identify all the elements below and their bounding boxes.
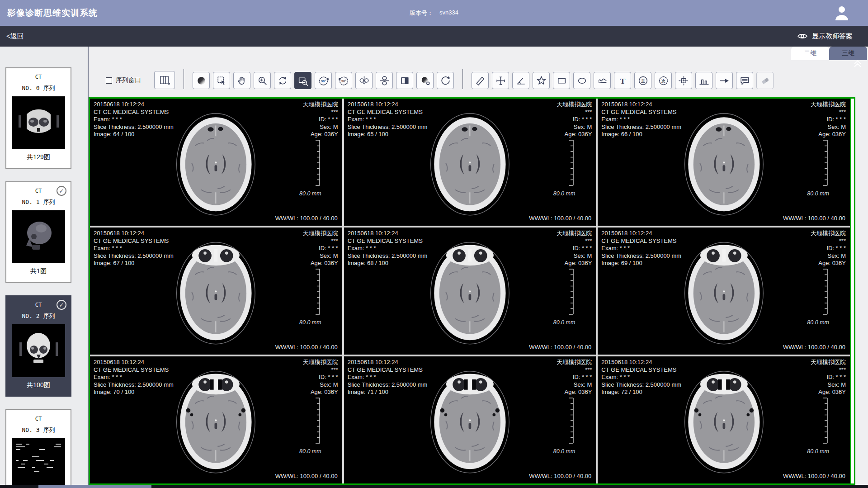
cell-age: Age: 036Y [811, 260, 846, 267]
rotate-90-ccw-button[interactable]: 90° [315, 72, 332, 89]
cell-sex: Sex: M [811, 381, 846, 389]
cell-datetime: 20150618 10:12:24 [348, 230, 428, 237]
cell-sex: Sex: M [557, 123, 592, 131]
cell-scale-ruler: 80.0 mm [553, 397, 576, 455]
viewer-cell[interactable]: 20150618 10:12:24 CT GE MEDICAL SYSTEMS … [344, 356, 596, 483]
series-count: 共100图 [6, 381, 71, 389]
cell-exam: Exam: * * * [601, 245, 681, 252]
series-count: 共129图 [6, 153, 71, 161]
version-label: 版本号： [410, 9, 433, 17]
image-scrollbar[interactable] [850, 99, 854, 483]
cell-sex: Sex: M [811, 252, 846, 260]
user-avatar-icon[interactable] [833, 4, 851, 22]
flip-vertical-button[interactable] [376, 72, 393, 89]
cell-patient-id: ID: * * * [811, 116, 846, 123]
series-window-toggle[interactable]: 序列窗口 [106, 76, 141, 85]
cell-stars: *** [303, 109, 338, 116]
cell-window-level: WW/WL: 100.00 / 40.00 [275, 215, 338, 223]
series-thumbnail [12, 210, 65, 263]
invert-button[interactable] [396, 72, 413, 89]
series-card-0[interactable]: CT NO. 0 序列 共129图 [5, 67, 71, 169]
cell-scale-ruler: 80.0 mm [299, 397, 321, 455]
viewer-cell[interactable]: 20150618 10:12:24 CT GE MEDICAL SYSTEMS … [90, 356, 342, 483]
cell-image-number: Image: 70 / 100 [94, 389, 174, 396]
measure-cross-button[interactable] [492, 72, 509, 89]
series-card-3[interactable]: CT NO. 3 序列 共1图 [5, 409, 71, 488]
cell-image-number: Image: 72 / 100 [601, 389, 681, 396]
mark-arrow-button[interactable] [716, 72, 733, 89]
series-card-2[interactable]: ✓ CT NO. 2 序列 共100图 [5, 295, 71, 397]
series-card-1[interactable]: ✓ CT NO. 1 序列 共1图 [5, 181, 71, 283]
back-button[interactable]: <返回 [6, 32, 24, 41]
layout-icon [159, 75, 170, 86]
series-window-label: 序列窗口 [116, 76, 141, 85]
cell-scale-ruler: 80.0 mm [299, 139, 321, 198]
select-arrow-icon [216, 75, 227, 86]
toolbar-separator [462, 69, 463, 89]
flip-horizontal-button[interactable] [355, 72, 373, 89]
window-preset-button[interactable] [416, 72, 434, 89]
tab-3d[interactable]: 三维 [829, 47, 867, 60]
cell-hospital: 天堰模拟医院 [811, 101, 846, 109]
cell-device: CT GE MEDICAL SYSTEMS [94, 237, 174, 245]
mark-ellipse-button[interactable] [573, 72, 590, 89]
cell-slice-thickness: Slice Thickness: 2.500000 mm [348, 381, 428, 389]
cell-scale-label: 80.0 mm [553, 448, 576, 455]
viewer-cell[interactable]: 20150618 10:12:24 CT GE MEDICAL SYSTEMS … [90, 227, 342, 355]
mark-roi-button[interactable] [675, 72, 692, 89]
cell-device: CT GE MEDICAL SYSTEMS [94, 366, 174, 374]
pan-button[interactable] [233, 72, 250, 89]
show-teacher-answer-label: 显示教师答案 [812, 32, 853, 41]
zoom-in-button[interactable] [254, 72, 271, 89]
window-level-button[interactable] [193, 72, 210, 89]
zoom-region-button[interactable] [294, 72, 311, 89]
cell-stars: *** [557, 366, 592, 374]
mark-star-button[interactable] [533, 72, 550, 89]
tab-2d[interactable]: 二维 [791, 47, 829, 60]
cell-slice-thickness: Slice Thickness: 2.500000 mm [601, 252, 681, 260]
cell-patient-id: ID: * * * [557, 116, 592, 123]
cell-exam: Exam: * * * [94, 374, 174, 381]
comment-button[interactable] [736, 72, 753, 89]
measure-angle-button[interactable] [512, 72, 529, 89]
viewer-cell[interactable]: 20150618 10:12:24 CT GE MEDICAL SYSTEMS … [344, 99, 596, 226]
histogram-button[interactable] [695, 72, 712, 89]
cell-device: CT GE MEDICAL SYSTEMS [348, 237, 428, 245]
cell-slice-thickness: Slice Thickness: 2.500000 mm [94, 252, 174, 260]
series-name: NO. 1 序列 [6, 198, 71, 206]
cell-overlay-topleft: 20150618 10:12:24 CT GE MEDICAL SYSTEMS … [601, 230, 681, 267]
viewer-cell[interactable]: 20150618 10:12:24 CT GE MEDICAL SYSTEMS … [598, 99, 850, 226]
series-window-checkbox[interactable] [106, 77, 112, 84]
rotate-button[interactable] [274, 72, 291, 89]
mark-primary-button[interactable]: 主 [634, 72, 651, 89]
cell-stars: *** [303, 237, 338, 245]
select-button[interactable] [213, 72, 230, 89]
show-teacher-answer-button[interactable]: 显示教师答案 [797, 32, 853, 41]
cell-overlay-topright: 天堰模拟医院 *** ID: * * * Sex: M Age: 036Y [811, 230, 846, 267]
image-grid: 20150618 10:12:24 CT GE MEDICAL SYSTEMS … [90, 99, 850, 483]
cell-scale-ruler: 80.0 mm [807, 139, 829, 198]
layout-button[interactable] [154, 71, 175, 89]
mark-rect-button[interactable] [553, 72, 570, 89]
cell-slice-thickness: Slice Thickness: 2.500000 mm [94, 381, 174, 389]
mark-secondary-button[interactable]: 次 [655, 72, 672, 89]
cell-scale-label: 80.0 mm [553, 190, 576, 198]
version-info: 版本号： svn334 [410, 9, 458, 17]
cell-exam: Exam: * * * [348, 374, 428, 381]
viewer-cell[interactable]: 20150618 10:12:24 CT GE MEDICAL SYSTEMS … [598, 356, 850, 483]
viewer-cell[interactable]: 20150618 10:12:24 CT GE MEDICAL SYSTEMS … [598, 227, 850, 355]
viewer-cell[interactable]: 20150618 10:12:24 CT GE MEDICAL SYSTEMS … [90, 99, 342, 226]
rotate-90-cw-button[interactable]: 90° [335, 72, 352, 89]
eraser-button[interactable] [756, 72, 774, 89]
mark-curve-button[interactable] [594, 72, 611, 89]
cell-datetime: 20150618 10:12:24 [348, 101, 428, 109]
invert-icon [399, 75, 410, 86]
mark-text-button[interactable]: T [614, 72, 631, 89]
cell-age: Age: 036Y [811, 131, 846, 138]
reset-button[interactable] [437, 72, 454, 89]
bottom-scrollbar-thumb[interactable] [38, 485, 151, 488]
cell-overlay-topright: 天堰模拟医院 *** ID: * * * Sex: M Age: 036Y [557, 359, 592, 396]
version-value: svn334 [439, 9, 458, 17]
measure-line-button[interactable] [472, 72, 489, 89]
viewer-cell[interactable]: 20150618 10:12:24 CT GE MEDICAL SYSTEMS … [344, 227, 596, 355]
